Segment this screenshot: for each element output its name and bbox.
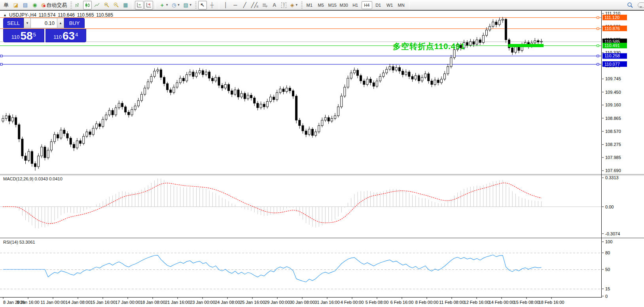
cursor-button[interactable]: ↖ xyxy=(198,1,207,9)
timeframe-m30[interactable]: M30 xyxy=(339,1,349,9)
chat-icon[interactable] xyxy=(638,2,644,8)
horizontal-line-button[interactable]: ─ xyxy=(231,1,240,9)
text-button[interactable]: A xyxy=(270,1,279,9)
line-handle[interactable] xyxy=(597,63,599,65)
timeframe-w1[interactable]: W1 xyxy=(385,1,395,9)
candle xyxy=(257,103,259,108)
templates-button[interactable]: ▨▼ xyxy=(182,1,193,9)
candle xyxy=(57,135,59,138)
candle xyxy=(363,81,365,84)
timeframe-mn[interactable]: MN xyxy=(396,1,407,9)
candle xyxy=(398,68,400,71)
candle xyxy=(115,108,117,115)
candle xyxy=(515,47,517,53)
timeframe-m5[interactable]: M5 xyxy=(316,1,326,9)
periods-button[interactable]: ◷▼ xyxy=(170,1,181,9)
line-handle[interactable] xyxy=(597,17,599,19)
crosshair-button[interactable]: ┼ xyxy=(208,1,216,9)
candle xyxy=(167,83,169,90)
candle xyxy=(202,71,204,75)
time-axis-label: 21 Jan 16:00 xyxy=(165,300,190,305)
candle xyxy=(466,42,468,45)
price-tick-label: 108.570 xyxy=(605,129,621,134)
pivot-highlight-zone[interactable] xyxy=(508,44,544,47)
candle xyxy=(302,125,304,131)
candle xyxy=(495,22,497,25)
candle xyxy=(405,72,407,75)
timeframe-h4[interactable]: H4 xyxy=(362,1,372,9)
time-axis-label: 6 Feb 16:00 xyxy=(390,300,414,305)
price-tick-label: 109.160 xyxy=(605,102,621,107)
candle xyxy=(128,112,130,115)
sell-price-button[interactable]: 110585 xyxy=(3,29,44,42)
volume-input[interactable] xyxy=(31,18,57,28)
fibonacci-button[interactable]: ≣F xyxy=(261,1,269,9)
zoom-in-icon xyxy=(104,2,110,8)
candle xyxy=(402,71,404,75)
candle xyxy=(315,132,317,135)
candle xyxy=(241,93,242,97)
timeframe-h1[interactable]: H1 xyxy=(350,1,361,9)
time-axis-label: 9 Jan 16:00 xyxy=(17,300,40,305)
indicators-button[interactable]: ＋▼ xyxy=(158,1,170,9)
timeframe-m15[interactable]: M15 xyxy=(327,1,338,9)
candle xyxy=(21,139,23,156)
equidistant-channel-button[interactable]: ╱╱E xyxy=(250,1,260,9)
text-label-button[interactable]: T xyxy=(280,1,288,9)
bar-chart-button[interactable] xyxy=(74,1,82,9)
ohlc-low: 110.565 xyxy=(77,12,94,18)
sell-button[interactable]: SELL xyxy=(3,18,24,28)
trendline-button[interactable]: ╱ xyxy=(241,1,249,9)
candle xyxy=(337,107,339,116)
toolbar-grip xyxy=(195,2,197,9)
candle xyxy=(231,91,233,94)
autotrading-button[interactable]: ◍ 自动交易 xyxy=(40,1,69,9)
candle xyxy=(83,136,85,143)
new-order-button[interactable]: 单 xyxy=(2,1,11,9)
chart-shift-button[interactable] xyxy=(144,1,153,9)
toolbar-separator xyxy=(219,1,219,9)
candle xyxy=(189,72,191,75)
line-handle[interactable] xyxy=(0,63,2,65)
search-button[interactable] xyxy=(626,1,635,9)
candle xyxy=(353,70,355,73)
zoom-in-button[interactable] xyxy=(102,1,111,9)
line-handle[interactable] xyxy=(0,55,2,57)
timeframe-d1[interactable]: D1 xyxy=(373,1,384,9)
candle xyxy=(70,138,72,144)
line-chart-icon xyxy=(94,2,100,8)
candle xyxy=(295,96,297,120)
collapse-icon[interactable]: ▲ xyxy=(3,13,7,17)
candle xyxy=(195,73,197,76)
timeframe-m1[interactable]: M1 xyxy=(304,1,315,9)
rsi-tick-label: 0 xyxy=(605,294,608,299)
line-chart-button[interactable] xyxy=(93,1,101,9)
line-handle[interactable] xyxy=(597,28,599,30)
time-axis-label: 11 Jan 00:00 xyxy=(41,300,66,305)
candle xyxy=(305,131,307,135)
profiles-icon[interactable]: ◪ xyxy=(11,1,20,9)
application-window: 单 ◪ ▤ ◉ ◍ 自动交易 ▦ ＋▼ ◷▼ ▨▼ ↖ ┼ │ ─ ╱ ╱╱E … xyxy=(0,0,644,307)
candlestick-chart-button[interactable] xyxy=(83,1,92,9)
vertical-line-button[interactable]: │ xyxy=(222,1,230,9)
candle xyxy=(470,42,472,45)
candle xyxy=(237,90,239,97)
candle xyxy=(157,70,159,71)
macd-tick-label: 0.3313 xyxy=(605,175,619,180)
buy-price-button[interactable]: 110634 xyxy=(45,29,87,42)
candle xyxy=(137,100,139,106)
time-axis-label: 18 Jan 08:00 xyxy=(140,300,165,305)
arrows-button[interactable]: ◈▼ xyxy=(289,1,299,9)
line-handle[interactable] xyxy=(597,45,599,47)
volume-increase-button[interactable]: ▲ xyxy=(57,18,64,28)
signal-icon[interactable]: ◉ xyxy=(30,1,39,9)
auto-scroll-button[interactable] xyxy=(135,1,144,9)
line-handle[interactable] xyxy=(597,55,599,57)
tile-windows-icon[interactable]: ▦ xyxy=(121,1,130,9)
buy-button[interactable]: BUY xyxy=(64,18,85,28)
candle xyxy=(182,78,184,81)
volume-decrease-button[interactable]: ▼ xyxy=(24,18,31,28)
candle xyxy=(18,125,20,139)
zoom-out-button[interactable] xyxy=(112,1,120,9)
charts-window-icon[interactable]: ▤ xyxy=(21,1,30,9)
